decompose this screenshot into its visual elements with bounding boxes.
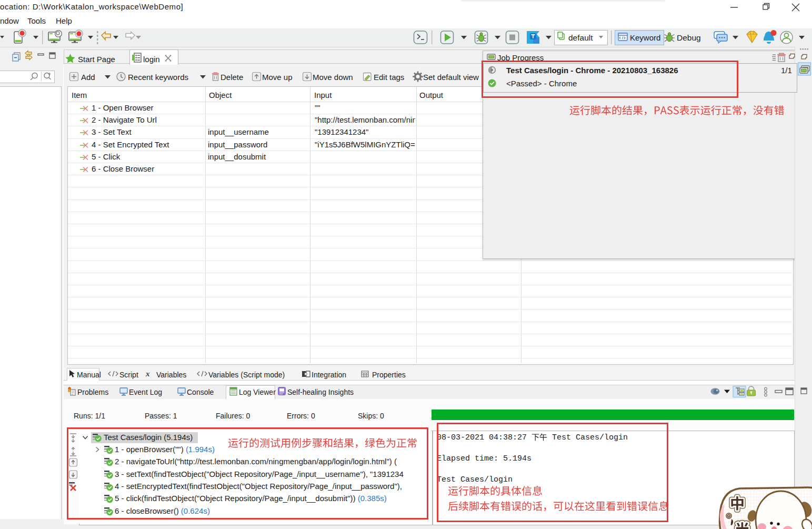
svg-text:Debug: Debug [677,33,701,42]
svg-text:default: default [568,33,593,42]
svg-text:x: x [145,370,150,378]
svg-text:Keyword: Keyword [630,33,660,42]
